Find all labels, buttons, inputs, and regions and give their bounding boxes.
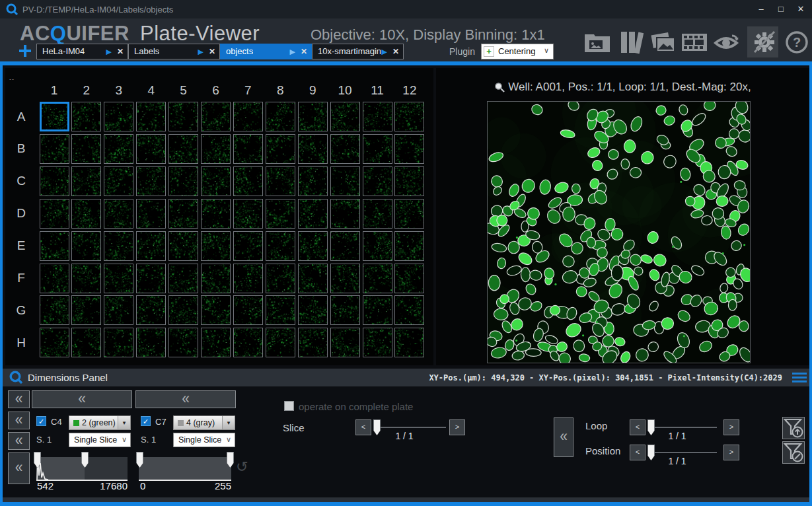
well-A3[interactable] (104, 102, 133, 131)
well-A5[interactable] (168, 102, 198, 131)
well-F10[interactable] (330, 264, 360, 293)
well-F1[interactable] (40, 264, 69, 293)
well-F7[interactable] (233, 264, 263, 293)
well-A10[interactable] (330, 102, 360, 131)
well-B3[interactable] (104, 134, 133, 164)
slice-prev-button[interactable]: < (355, 419, 371, 435)
position-track[interactable] (649, 452, 717, 453)
well-F8[interactable] (266, 264, 295, 293)
reset-range-icon[interactable]: ↻ (236, 458, 248, 476)
slice-track[interactable] (375, 427, 446, 428)
well-H3[interactable] (104, 328, 133, 357)
channel-c4-range-slider[interactable] (36, 452, 128, 480)
well-D1[interactable] (40, 199, 69, 229)
well-E9[interactable] (298, 231, 328, 261)
well-B10[interactable] (330, 134, 360, 164)
well-E10[interactable] (330, 231, 360, 261)
well-D8[interactable] (266, 199, 295, 229)
well-B9[interactable] (298, 134, 328, 164)
add-tab-icon[interactable] (19, 45, 31, 57)
well-F3[interactable] (104, 264, 133, 293)
well-D6[interactable] (201, 199, 231, 229)
well-H7[interactable] (233, 328, 263, 357)
well-D4[interactable] (136, 199, 166, 229)
well-A1[interactable] (40, 102, 69, 131)
well-A4[interactable] (136, 102, 166, 131)
channel-c7-lut-dropdown[interactable]: 4 (gray) ▾ (173, 416, 235, 430)
range-track[interactable] (139, 457, 231, 481)
channel-c7-checkbox[interactable]: ✓ (141, 416, 151, 426)
well-A12[interactable] (394, 102, 424, 131)
well-C3[interactable] (104, 166, 133, 196)
channel-c7-range-slider[interactable] (139, 452, 231, 480)
well-D11[interactable] (363, 199, 392, 229)
well-E5[interactable] (168, 231, 198, 261)
collapse-loop-panel-button[interactable]: « (554, 417, 573, 457)
well-B7[interactable] (233, 134, 263, 164)
loop-prev-button[interactable]: < (630, 419, 646, 435)
well-A7[interactable] (233, 102, 263, 131)
minimize-button[interactable]: – (751, 3, 771, 16)
well-H8[interactable] (266, 328, 295, 357)
well-G4[interactable] (136, 295, 166, 325)
well-H11[interactable] (363, 328, 392, 357)
well-E7[interactable] (233, 231, 263, 261)
well-E11[interactable] (363, 231, 392, 261)
collapse-channel-1-button[interactable]: « (32, 390, 132, 408)
well-E4[interactable] (136, 231, 166, 261)
well-C7[interactable] (233, 166, 263, 196)
well-B4[interactable] (136, 134, 166, 164)
collapse-button-4[interactable]: « (8, 452, 30, 484)
collapse-channel-2-button[interactable]: « (135, 390, 236, 408)
tab-10x-smartimaging[interactable]: 10x-smartimaging▶✕ (312, 44, 404, 59)
well-D10[interactable] (330, 199, 360, 229)
well-B5[interactable] (168, 134, 198, 164)
hamburger-menu-icon[interactable] (792, 373, 807, 383)
well-G5[interactable] (168, 295, 198, 325)
collapse-button-3[interactable]: « (8, 432, 30, 450)
well-D9[interactable] (298, 199, 328, 229)
screenshot-folder-icon[interactable] (583, 30, 611, 55)
dropdown-arrow-icon[interactable]: ▾ (118, 416, 130, 429)
well-C2[interactable] (71, 166, 101, 196)
slice-next-button[interactable]: > (449, 419, 465, 435)
loop-track[interactable] (649, 427, 717, 428)
maximize-button[interactable]: □ (771, 3, 791, 16)
well-E6[interactable] (201, 231, 231, 261)
well-A6[interactable] (201, 102, 231, 131)
tab-play-icon[interactable]: ▶ (382, 44, 387, 59)
well-C1[interactable] (40, 166, 69, 196)
well-H9[interactable] (298, 328, 328, 357)
loop-next-button[interactable]: > (723, 419, 739, 435)
well-H12[interactable] (394, 328, 424, 357)
well-A2[interactable] (71, 102, 101, 131)
well-B2[interactable] (71, 134, 101, 164)
well-E1[interactable] (40, 231, 69, 261)
tab-labels[interactable]: Labels▶✕ (128, 44, 220, 59)
well-G12[interactable] (394, 295, 424, 325)
well-A8[interactable] (266, 102, 295, 131)
position-prev-button[interactable]: < (630, 445, 646, 460)
close-button[interactable]: ✕ (791, 3, 811, 16)
well-G11[interactable] (363, 295, 392, 325)
tab-hela-im04[interactable]: HeLa-IM04▶✕ (36, 44, 128, 59)
well-G8[interactable] (266, 295, 295, 325)
well-C9[interactable] (298, 166, 328, 196)
well-C8[interactable] (266, 166, 295, 196)
well-H6[interactable] (201, 328, 231, 357)
well-E8[interactable] (266, 231, 295, 261)
dropdown-arrow-icon[interactable]: ▾ (222, 416, 235, 429)
well-G2[interactable] (71, 295, 101, 325)
gallery-icon[interactable] (649, 30, 677, 55)
well-F6[interactable] (201, 264, 231, 293)
well-C12[interactable] (394, 166, 424, 196)
channel-c4-lut-dropdown[interactable]: 2 (green) ▾ (69, 416, 131, 430)
plugin-dropdown[interactable]: + Centering ∨ (481, 44, 554, 59)
well-detail-image[interactable] (487, 101, 751, 363)
well-B6[interactable] (201, 134, 231, 164)
eye-refresh-icon[interactable] (714, 30, 741, 55)
well-G6[interactable] (201, 295, 231, 325)
well-C5[interactable] (168, 166, 198, 196)
well-E3[interactable] (104, 231, 133, 261)
filter-disable-button[interactable] (782, 441, 805, 464)
